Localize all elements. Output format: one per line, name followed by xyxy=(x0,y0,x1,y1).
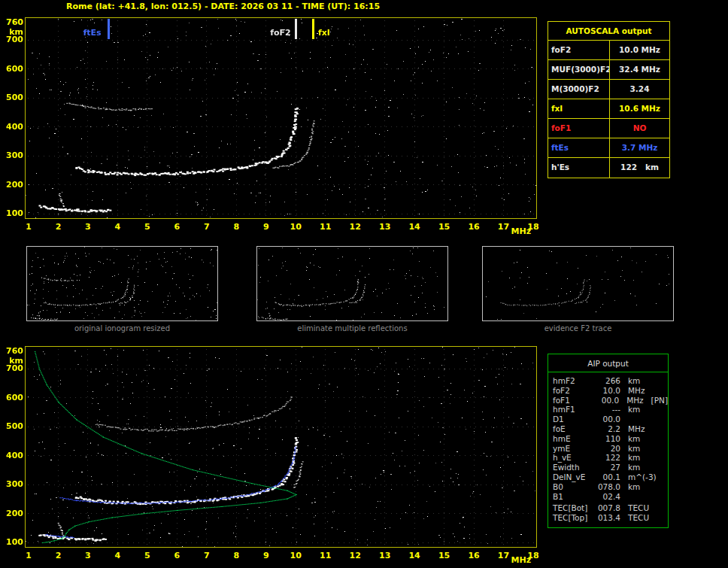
x-axis-unit: MHz xyxy=(511,227,532,236)
aip-row-foF1: foF100.0MHz [PN] xyxy=(548,396,668,405)
autoscala-row-foF2: foF210.0 MHz xyxy=(548,41,669,60)
marker-label-foF2: foF2 xyxy=(270,29,291,38)
autoscala-row-value: 122 km xyxy=(610,158,669,178)
aip-row-value: 10.0 xyxy=(593,386,620,396)
aip-row-unit: MHz xyxy=(620,424,645,434)
autoscala-row-h'Es: h'Es122 km xyxy=(548,158,669,178)
x-axis-tick-12: 12 xyxy=(347,551,362,560)
x-axis-tick-5: 5 xyxy=(140,223,155,232)
aip-row-TEC[Top]: TEC[Top]013.4TECU xyxy=(548,513,668,523)
aip-row-ymE: ymE20km xyxy=(548,444,668,454)
x-axis-tick-1: 1 xyxy=(21,223,36,232)
autoscala-row-M(3000)F2: M(3000)F23.24 xyxy=(548,80,669,99)
autoscala-row-label: MUF(3000)F2 xyxy=(548,60,610,79)
autoscala-row-value: NO xyxy=(610,119,669,138)
autoscala-row-value: 32.4 MHz xyxy=(610,60,669,79)
aip-row-value: 013.4 xyxy=(593,513,620,523)
aip-row-label: Ewidth xyxy=(548,463,593,472)
y-axis-tick-200: 200 xyxy=(2,509,23,518)
thumbnail-caption-original: original ionogram resized xyxy=(26,324,218,333)
autoscala-row-label: foF2 xyxy=(548,41,610,59)
autoscala-row-label: foF1 xyxy=(548,119,610,138)
aip-row-unit: MHz [PN] xyxy=(619,396,668,405)
aip-row-value: 00.1 xyxy=(593,472,620,482)
x-axis-tick-4: 4 xyxy=(110,551,125,560)
x-axis-tick-1: 1 xyxy=(21,551,36,560)
autoscala-row-fxI: fxI10.6 MHz xyxy=(548,99,669,119)
aip-row-foE: foE2.2MHz xyxy=(548,424,668,434)
aip-row-value: 00.0 xyxy=(593,415,620,424)
autoscala-output-table: AUTOSCALA output foF210.0 MHzMUF(3000)F2… xyxy=(548,21,670,178)
aip-row-label: hmE xyxy=(548,434,593,444)
aip-row-unit: km xyxy=(620,482,640,492)
x-axis-tick-16: 16 xyxy=(466,551,481,560)
x-axis-tick-13: 13 xyxy=(378,223,393,232)
autoscala-row-label: M(3000)F2 xyxy=(548,80,610,99)
thumbnail-canvas-original xyxy=(27,247,217,320)
autoscala-row-label: ftEs xyxy=(548,138,610,157)
x-axis-tick-17: 17 xyxy=(496,551,511,560)
x-axis-tick-8: 8 xyxy=(229,223,244,232)
marker-label-fxI: fxI xyxy=(318,29,330,38)
y-axis-unit: km xyxy=(2,357,23,366)
y-axis-tick-500: 500 xyxy=(2,422,23,431)
x-axis-tick-17: 17 xyxy=(496,223,511,232)
aip-row-B1: B102.4 xyxy=(548,492,668,502)
marker-label-ftEs: ftEs xyxy=(83,29,102,38)
page-title: Rome (lat: +41.8, lon: 012.5) - DATE: 20… xyxy=(66,2,380,11)
aip-row-unit: km xyxy=(620,405,640,415)
aip-row-label: TEC[Bot] xyxy=(548,503,593,513)
x-axis-tick-14: 14 xyxy=(407,223,422,232)
aip-row-label: h_vE xyxy=(548,453,593,463)
autoscala-row-label: fxI xyxy=(548,99,610,118)
aip-row-unit: km xyxy=(620,453,640,463)
x-axis-tick-11: 11 xyxy=(318,223,333,232)
aip-table-rows: hmF2266kmfoF210.0MHzfoF100.0MHz [PN]hmF1… xyxy=(548,372,668,523)
aip-row-h_vE: h_vE122km xyxy=(548,453,668,463)
autoscala-row-value: 10.0 MHz xyxy=(610,41,669,59)
aip-row-label: B1 xyxy=(548,492,593,502)
y-axis-tick-100: 100 xyxy=(2,538,23,547)
aip-row-hmE: hmE110km xyxy=(548,434,668,444)
y-axis-tick-600: 600 xyxy=(2,65,23,74)
aip-row-D1: D100.0 xyxy=(548,415,668,424)
aip-row-label: D1 xyxy=(548,415,593,424)
y-axis-tick-300: 300 xyxy=(2,480,23,489)
ionogram-plot-bottom xyxy=(25,346,537,548)
ionogram-canvas-bottom xyxy=(26,347,536,547)
aip-row-value: 110 xyxy=(593,434,620,444)
ionogram-plot-top xyxy=(25,17,537,219)
aip-row-label: B0 xyxy=(548,482,593,492)
aip-row-hmF1: hmF1---km xyxy=(548,405,668,415)
x-axis-tick-7: 7 xyxy=(199,223,214,232)
aip-row-value: 00.0 xyxy=(593,396,619,405)
x-axis-tick-2: 2 xyxy=(50,551,65,560)
x-axis-tick-11: 11 xyxy=(318,551,333,560)
aip-row-label: foF2 xyxy=(548,386,593,396)
aip-table-title: AIP output xyxy=(548,354,668,372)
thumbnail-canvas-evidence xyxy=(483,247,673,320)
aip-row-TEC[Bot]: TEC[Bot]007.8TECU xyxy=(548,503,668,513)
autoscala-row-MUF(3000)F2: MUF(3000)F232.4 MHz xyxy=(548,60,669,80)
thumbnail-canvas-eliminate xyxy=(257,247,447,320)
x-axis-tick-2: 2 xyxy=(50,223,65,232)
autoscala-table-rows: foF210.0 MHzMUF(3000)F232.4 MHzM(3000)F2… xyxy=(548,41,669,178)
y-axis-unit: km xyxy=(2,28,23,37)
aip-row-value: 02.4 xyxy=(593,492,620,502)
y-axis-tick-300: 300 xyxy=(2,151,23,160)
aip-row-foF2: foF210.0MHz xyxy=(548,386,668,396)
aip-row-label: DelN_vE xyxy=(548,472,593,482)
thumbnail-original-ionogram xyxy=(26,246,218,321)
thumbnail-caption-eliminate: eliminate multiple reflections xyxy=(256,324,448,333)
thumbnail-evidence-f2 xyxy=(482,246,674,321)
aip-row-unit: m^(-3) xyxy=(620,472,657,482)
aip-row-value: 20 xyxy=(593,444,620,454)
x-axis-tick-9: 9 xyxy=(259,551,274,560)
autoscala-row-value: 3.24 xyxy=(610,80,669,99)
aip-row-label: foE xyxy=(548,424,593,434)
y-axis-tick-760: 760 xyxy=(2,347,23,356)
aip-row-unit: MHz xyxy=(620,386,645,396)
autoscala-window: Rome (lat: +41.8, lon: 012.5) - DATE: 20… xyxy=(0,0,728,568)
x-axis-tick-6: 6 xyxy=(169,551,184,560)
autoscala-row-ftEs: ftEs3.7 MHz xyxy=(548,138,669,158)
